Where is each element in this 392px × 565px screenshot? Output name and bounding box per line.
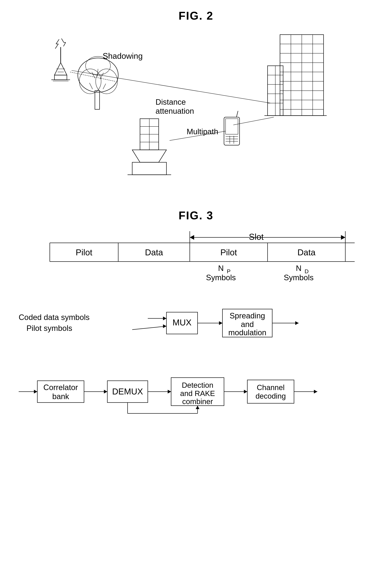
svg-line-2 bbox=[55, 44, 58, 49]
svg-line-21 bbox=[89, 83, 93, 89]
svg-text:Correlator: Correlator bbox=[43, 383, 78, 392]
mux-label: MUX bbox=[172, 318, 191, 327]
coded-data-label: Coded data symbols bbox=[19, 313, 90, 322]
svg-marker-106 bbox=[168, 390, 171, 393]
svg-rect-52 bbox=[225, 119, 238, 134]
svg-text:Symbols: Symbols bbox=[284, 273, 314, 282]
tx-diagram: Coded data symbols Pilot symbols MUX Spr… bbox=[19, 300, 373, 350]
svg-line-0 bbox=[56, 39, 59, 44]
svg-line-90 bbox=[132, 326, 167, 330]
slot-diagram: Slot Pilot Data Pilot Data bbox=[19, 231, 373, 284]
fig2-container: Shadowing bbox=[19, 28, 373, 200]
svg-text:and RAKE: and RAKE bbox=[180, 389, 215, 398]
slot-svg: Slot Pilot Data Pilot Data bbox=[19, 231, 373, 284]
svg-marker-91 bbox=[163, 324, 167, 328]
svg-text:Detection: Detection bbox=[182, 381, 213, 389]
svg-line-20 bbox=[100, 73, 103, 79]
svg-marker-89 bbox=[163, 316, 167, 320]
svg-marker-93 bbox=[219, 321, 222, 325]
svg-text:Shadowing: Shadowing bbox=[103, 51, 143, 60]
svg-marker-68 bbox=[341, 235, 345, 240]
svg-line-3 bbox=[61, 38, 64, 42]
svg-rect-13 bbox=[95, 91, 99, 109]
tx-svg: Coded data symbols Pilot symbols MUX Spr… bbox=[19, 300, 373, 350]
svg-text:Data: Data bbox=[297, 248, 316, 257]
svg-text:Distance: Distance bbox=[156, 98, 186, 106]
svg-rect-49 bbox=[132, 162, 167, 175]
svg-text:Spreading: Spreading bbox=[230, 312, 265, 320]
svg-marker-67 bbox=[190, 235, 194, 240]
svg-marker-111 bbox=[244, 390, 247, 393]
svg-text:Symbols: Symbols bbox=[206, 273, 236, 282]
svg-line-19 bbox=[97, 69, 98, 77]
svg-rect-10 bbox=[55, 75, 67, 80]
rx-svg: Correlator bank DEMUX Detection and RAKE… bbox=[19, 371, 373, 421]
page: FIG. 2 bbox=[0, 0, 392, 565]
svg-text:modulation: modulation bbox=[228, 328, 266, 337]
svg-line-22 bbox=[103, 84, 106, 89]
svg-text:and: and bbox=[241, 320, 254, 329]
svg-text:Channel: Channel bbox=[257, 383, 285, 392]
svg-marker-100 bbox=[34, 390, 37, 393]
svg-text:attenuation: attenuation bbox=[156, 107, 194, 115]
svg-line-58 bbox=[236, 111, 238, 117]
svg-marker-48 bbox=[132, 150, 167, 162]
rx-diagram: Correlator bank DEMUX Detection and RAKE… bbox=[19, 371, 373, 421]
svg-text:N: N bbox=[296, 264, 301, 273]
svg-line-18 bbox=[92, 72, 95, 78]
demux-label: DEMUX bbox=[112, 387, 143, 396]
svg-text:Pilot: Pilot bbox=[220, 248, 237, 257]
svg-line-5 bbox=[64, 42, 66, 46]
svg-text:Data: Data bbox=[145, 248, 163, 257]
svg-text:bank: bank bbox=[52, 392, 69, 401]
svg-text:Multipath: Multipath bbox=[187, 127, 218, 136]
svg-marker-98 bbox=[295, 321, 299, 325]
fig2-illustration: Shadowing bbox=[19, 28, 373, 200]
fig3-title: FIG. 3 bbox=[19, 209, 373, 222]
svg-marker-119 bbox=[196, 406, 199, 409]
svg-marker-104 bbox=[104, 390, 107, 393]
pilot-symbols-label: Pilot symbols bbox=[27, 324, 72, 333]
svg-text:decoding: decoding bbox=[255, 392, 286, 400]
fig2-title: FIG. 2 bbox=[19, 9, 373, 22]
svg-text:combiner: combiner bbox=[182, 397, 213, 406]
svg-rect-51 bbox=[224, 117, 239, 145]
svg-point-15 bbox=[79, 69, 101, 94]
slot-label: Slot bbox=[249, 232, 264, 242]
svg-text:Pilot: Pilot bbox=[76, 248, 92, 257]
svg-text:N: N bbox=[218, 264, 224, 273]
svg-marker-115 bbox=[314, 390, 317, 393]
